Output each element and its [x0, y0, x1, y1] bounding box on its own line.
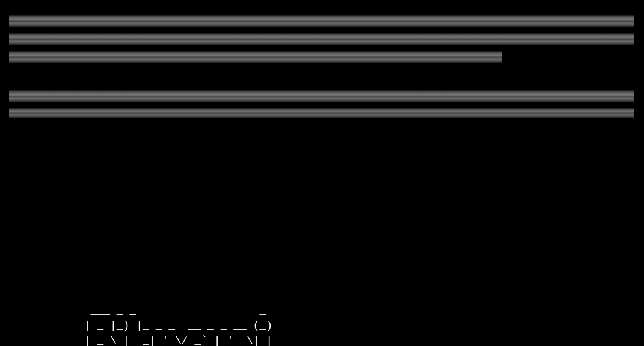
ascii-line-3: | _ \ | _| ' \/ _` | ' \| |	[45, 335, 272, 346]
redacted-line	[9, 15, 634, 27]
redacted-line	[9, 108, 634, 118]
ascii-line-1: ___ _ _ _	[45, 305, 266, 317]
ascii-line-2: | _ |_) |_ _ _ __ _ _ __ (_)	[45, 320, 272, 332]
redacted-line	[9, 90, 634, 102]
terminal-output[interactable]: ___ _ _ _ | _ |_) |_ _ _ __ _ _ __ (_) |…	[0, 0, 644, 346]
redacted-line	[9, 33, 634, 45]
bitnami-ascii-logo: ___ _ _ _ | _ |_) |_ _ _ __ _ _ __ (_) |…	[0, 303, 644, 346]
redacted-line	[9, 51, 502, 63]
